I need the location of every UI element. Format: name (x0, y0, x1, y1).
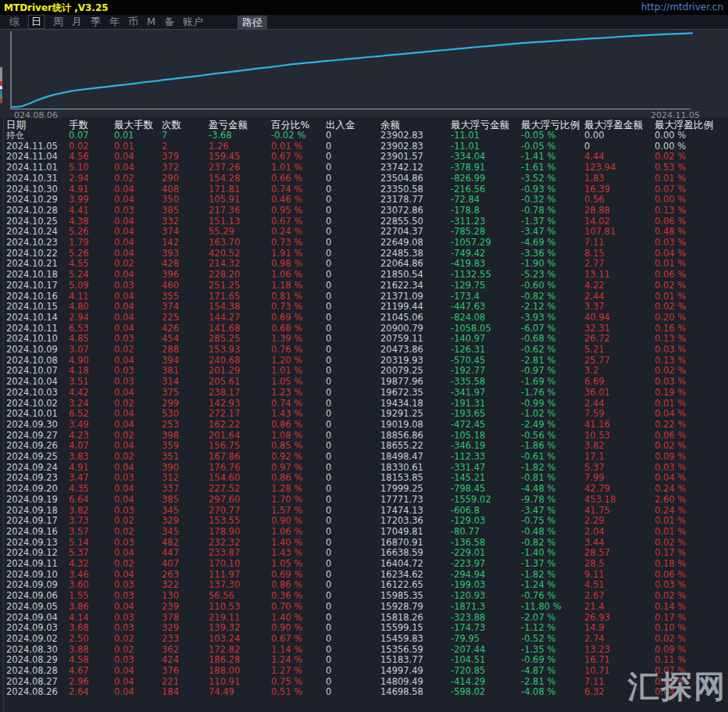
table-row[interactable]: 2024.09.103.460.04263111.970.69 %016234.… (0, 570, 728, 581)
table-row[interactable]: 2024.10.254.380.04332151.130.67 %022855.… (0, 216, 728, 227)
cell-最大浮盈金额: 16.39 (584, 184, 610, 195)
table-row-holding[interactable]: 持仓0.070.017-3.68-0.02 %023902.83-11.01-0… (0, 131, 728, 141)
path-button[interactable]: 路径 (237, 16, 267, 29)
cell-最大浮亏金额: -216.56 (451, 184, 485, 195)
table-row[interactable]: 2024.10.074.180.03381201.291.01 %020079.… (0, 366, 728, 377)
menu-item-账户[interactable]: 账户 (183, 16, 203, 28)
cell-次数: 407 (162, 559, 179, 570)
table-row[interactable]: 2024.10.093.070.02288153.930.76 %020473.… (0, 345, 728, 356)
table-row[interactable]: 2024.09.233.470.03312154.600.86 %018153.… (0, 473, 728, 484)
table-row[interactable]: 2024.08.284.670.04376188.001.27 %014997.… (0, 666, 728, 677)
table-row[interactable]: 2024.09.093.600.03322137.300.86 %016122.… (0, 580, 728, 591)
table-row[interactable]: 2024.10.164.110.04355171.650.81 %021371.… (0, 292, 728, 302)
table-row[interactable]: 2024.08.262.640.0418474.490.51 %014698.5… (0, 687, 728, 698)
cell-余额: 20079.25 (380, 366, 423, 377)
table-row[interactable]: 2024.09.173.730.02329153.550.90 %017203.… (0, 516, 728, 527)
cell-百分比%: 1.43 % (271, 409, 302, 420)
cell-百分比%: 1.24 % (271, 655, 302, 666)
table-row[interactable]: 2024.08.303.880.02362172.821.14 %015356.… (0, 645, 728, 656)
table-row[interactable]: 2024.10.016.520.04530272.171.43 %019291.… (0, 409, 728, 420)
table-row[interactable]: 2024.10.185.240.04396228.201.06 %021850.… (0, 270, 728, 281)
table-row[interactable]: 2024.09.244.910.04390176.760.97 %018330.… (0, 463, 728, 474)
cell-余额: 14997.49 (380, 666, 423, 677)
table-row[interactable]: 2024.09.053.860.04239110.530.70 %015928.… (0, 602, 728, 613)
cell-最大浮盈比例: 0.06 % (655, 570, 686, 581)
table-row[interactable]: 2024.10.175.090.03460251.251.18 %021622.… (0, 281, 728, 292)
table-row[interactable]: 2024.09.163.570.02345178.901.06 %017049.… (0, 527, 728, 538)
menu-item-综[interactable]: 综 (9, 16, 20, 28)
cell-最大浮亏比例: -1.24 % (521, 580, 555, 591)
menu-item-币[interactable]: 币 (128, 16, 138, 28)
table-row[interactable]: 2024.09.135.140.03482232.321.40 %016870.… (0, 538, 728, 549)
menu-item-年[interactable]: 年 (109, 16, 120, 28)
menu-item-M[interactable]: M (147, 16, 155, 28)
cell-手数: 4.18 (69, 366, 89, 377)
cell-最大手数: 0.04 (114, 292, 134, 302)
table-row[interactable]: 2024.09.196.640.04385297.601.70 %017771.… (0, 495, 728, 506)
table-row[interactable]: 2024.10.142.940.04225144.270.69 %021045.… (0, 313, 728, 324)
cell-余额: 21045.06 (380, 313, 423, 324)
table-row[interactable]: 2024.10.312.940.02290154.280.66 %023504.… (0, 174, 728, 184)
cell-百分比%: 0.68 % (271, 324, 302, 335)
cell-次数: 253 (162, 420, 179, 431)
cell-最大浮亏比例: -3.47 % (521, 506, 555, 517)
cell-出入金: 0 (326, 687, 331, 698)
table-row[interactable]: 2024.10.084.900.04394240.681.20 %020319.… (0, 356, 728, 367)
table-row[interactable]: 2024.11.050.020.0121.260.01 %023902.83-1… (0, 141, 728, 152)
cell-盈亏金额: 74.49 (209, 687, 234, 698)
table-row[interactable]: 2024.10.231.790.04142163.700.73 %022649.… (0, 238, 728, 249)
menu-item-日[interactable]: 日 (28, 15, 45, 29)
table-row[interactable]: 2024.10.293.990.04350105.910.46 %023178.… (0, 195, 728, 206)
table-row[interactable]: 2024.08.294.580.03424186.281.24 %015183.… (0, 655, 728, 666)
table-row[interactable]: 2024.09.033.680.03329139.320.90 %015599.… (0, 623, 728, 634)
table-row[interactable]: 2024.10.034.420.04375238.171.23 %019672.… (0, 388, 728, 399)
cell-余额: 21850.54 (380, 270, 423, 281)
table-row[interactable]: 2024.10.225.260.04393420.521.91 %022485.… (0, 249, 728, 259)
menu-item-季[interactable]: 季 (91, 16, 101, 28)
table-row[interactable]: 2024.10.284.410.03385217.360.95 %023072.… (0, 206, 728, 216)
cell-最大浮亏比例: -1.61 % (521, 163, 555, 174)
table-row[interactable]: 2024.10.043.510.03314205.611.05 %019877.… (0, 377, 728, 388)
table-row[interactable]: 2024.09.264.070.04359156.750.85 %018655.… (0, 441, 728, 452)
table-row[interactable]: 2024.09.022.500.02233103.240.67 %015459.… (0, 634, 728, 645)
cell-次数: 233 (162, 634, 179, 645)
cell-盈亏金额: 219.11 (209, 613, 240, 624)
cell-最大手数: 0.04 (114, 677, 134, 688)
table-row[interactable]: 2024.09.061.550.0313056.560.36 %015985.3… (0, 591, 728, 602)
menu-item-月[interactable]: 月 (72, 16, 82, 28)
menu-item-周[interactable]: 周 (53, 16, 63, 28)
cell-百分比%: 1.28 % (271, 484, 302, 495)
cell-最大浮亏金额: -145.21 (451, 473, 485, 484)
table-row[interactable]: 2024.09.274.230.02398201.641.08 %018856.… (0, 431, 728, 442)
cell-手数: 3.68 (69, 623, 89, 634)
cell-最大浮盈金额: 26.93 (584, 613, 610, 624)
menu-item-备[interactable]: 备 (164, 16, 174, 28)
table-row[interactable]: 2024.09.114.320.02407170.101.05 %016404.… (0, 559, 728, 570)
cell-最大手数: 0.04 (114, 666, 134, 677)
table-row[interactable]: 2024.09.125.370.04447233.871.43 %016638.… (0, 548, 728, 559)
cell-盈亏金额: 105.91 (209, 195, 240, 206)
table-row[interactable]: 2024.09.303.490.04253162.220.86 %019019.… (0, 420, 728, 431)
table-row[interactable]: 2024.09.183.820.03345270.771.57 %017474.… (0, 506, 728, 517)
table-row[interactable]: 2024.10.116.530.04426141.680.68 %020900.… (0, 324, 728, 335)
table-row[interactable]: 2024.09.204.350.04337227.521.28 %017999.… (0, 484, 728, 495)
table-row[interactable]: 2024.11.044.560.04379159.450.67 %023901.… (0, 152, 728, 163)
cell-出入金: 0 (326, 516, 331, 527)
cell-日期: 2024.10.24 (6, 227, 58, 238)
cell-盈亏金额: 171.65 (209, 292, 240, 302)
cell-最大浮亏金额: -192.77 (451, 366, 485, 377)
table-row[interactable]: 2024.10.023.240.02299142.930.74 %019434.… (0, 399, 728, 410)
cell-手数: 3.07 (69, 345, 89, 356)
table-row[interactable]: 2024.09.044.140.03378219.111.40 %015818.… (0, 613, 728, 624)
table-row[interactable]: 2024.10.214.550.02428214.320.98 %022064.… (0, 259, 728, 270)
app-url-link[interactable]: http://mtdriver.cn (641, 2, 723, 13)
table-row[interactable]: 2024.09.253.830.02351167.860.92 %018498.… (0, 452, 728, 463)
cell-最大浮亏比例: -0.62 % (521, 345, 555, 356)
cell-次数: 428 (162, 259, 179, 270)
table-row[interactable]: 2024.10.245.260.0437455.290.24 %022704.3… (0, 227, 728, 238)
table-row[interactable]: 2024.11.015.100.04372237.261.01 %023742.… (0, 163, 728, 174)
table-row[interactable]: 2024.08.272.960.04221110.910.75 %014809.… (0, 677, 728, 688)
table-row[interactable]: 2024.10.154.800.04374154.380.73 %021199.… (0, 302, 728, 313)
table-row[interactable]: 2024.10.304.910.04408171.810.74 %023350.… (0, 184, 728, 195)
table-row[interactable]: 2024.10.104.850.03454285.251.39 %020759.… (0, 334, 728, 345)
